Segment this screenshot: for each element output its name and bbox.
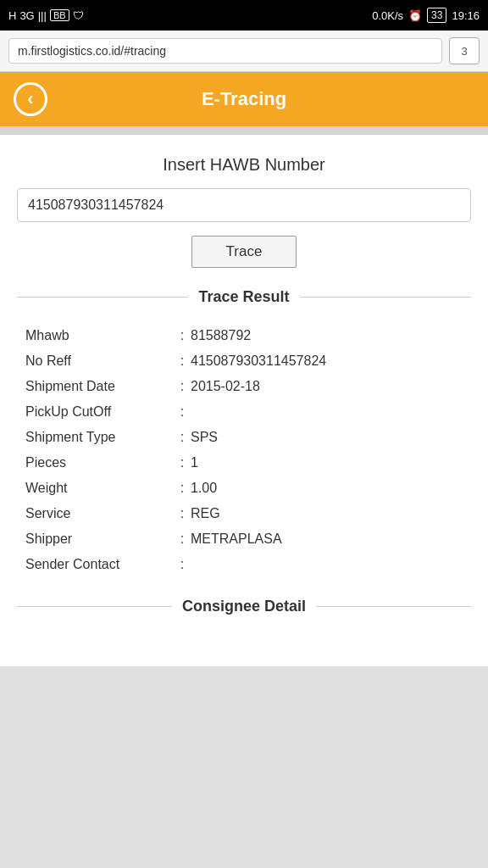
back-arrow-icon: ‹ <box>27 90 33 108</box>
status-right: 0.0K/s ⏰ 33 19:16 <box>372 8 480 23</box>
table-row: Pieces : 1 <box>25 450 463 476</box>
app-header: ‹ E-Tracing <box>0 72 488 126</box>
label-weight: Weight <box>25 481 174 496</box>
data-table: Mhawb : 81588792 No Reff : 4150879303114… <box>17 323 471 577</box>
trace-button-wrapper: Trace <box>17 236 471 268</box>
signal-icon: ||| <box>38 9 47 22</box>
url-text: m.firstlogistics.co.id/#tracing <box>18 44 166 58</box>
status-bar: H 3G ||| BB 🛡 0.0K/s ⏰ 33 19:16 <box>0 0 488 31</box>
carrier-label: H <box>8 9 16 22</box>
table-row: Mhawb : 81588792 <box>25 323 463 348</box>
label-mhawb: Mhawb <box>25 328 174 343</box>
result-line-right <box>300 297 471 298</box>
browser-bar: m.firstlogistics.co.id/#tracing 3 <box>0 31 488 72</box>
consignee-line-left <box>17 606 172 607</box>
main-content: Insert HAWB Number Trace Trace Result Mh… <box>0 135 488 666</box>
value-shipment-type: SPS <box>191 430 463 445</box>
label-sender-contact: Sender Contact <box>25 557 174 572</box>
table-row: Shipment Date : 2015-02-18 <box>25 374 463 399</box>
value-mhawb: 81588792 <box>191 328 463 343</box>
value-service: REG <box>191 506 463 521</box>
label-shipment-date: Shipment Date <box>25 379 174 394</box>
table-row: Shipment Type : SPS <box>25 425 463 450</box>
network-speed: 0.0K/s <box>372 9 403 22</box>
consignee-section: Consignee Detail <box>17 598 471 615</box>
table-row: PickUp CutOff : <box>25 399 463 425</box>
table-row: Weight : 1.00 <box>25 476 463 501</box>
alarm-icon: ⏰ <box>408 9 422 22</box>
label-shipment-type: Shipment Type <box>25 430 174 445</box>
time-display: 19:16 <box>452 9 480 22</box>
page-divider <box>0 126 488 135</box>
result-line-left <box>17 297 188 298</box>
hawb-input[interactable] <box>17 188 471 222</box>
result-title: Trace Result <box>188 288 299 306</box>
table-row: Shipper : METRAPLASA <box>25 526 463 552</box>
shield-icon: 🛡 <box>73 9 84 22</box>
table-row: Sender Contact : <box>25 552 463 577</box>
hawb-section-title: Insert HAWB Number <box>17 155 471 175</box>
value-noreff: 415087930311457824 <box>191 353 463 369</box>
value-shipper: METRAPLASA <box>191 531 463 547</box>
label-pickup-cutoff: PickUp CutOff <box>25 404 174 420</box>
app-title: E-Tracing <box>47 88 441 110</box>
label-pieces: Pieces <box>25 455 174 470</box>
label-noreff: No Reff <box>25 353 174 369</box>
value-weight: 1.00 <box>191 481 463 496</box>
consignee-header: Consignee Detail <box>17 598 471 615</box>
value-shipment-date: 2015-02-18 <box>191 379 463 394</box>
battery-indicator: 33 <box>427 8 446 23</box>
table-row: Service : REG <box>25 501 463 526</box>
result-header: Trace Result <box>17 288 471 306</box>
label-shipper: Shipper <box>25 531 174 547</box>
bbm-icon: BB <box>50 9 69 21</box>
trace-button[interactable]: Trace <box>191 236 297 268</box>
table-row: No Reff : 415087930311457824 <box>25 348 463 374</box>
status-left: H 3G ||| BB 🛡 <box>8 9 84 22</box>
label-service: Service <box>25 506 174 521</box>
url-bar[interactable]: m.firstlogistics.co.id/#tracing <box>8 38 442 64</box>
consignee-title: Consignee Detail <box>172 598 316 615</box>
value-pieces: 1 <box>191 455 463 470</box>
consignee-line-right <box>316 606 471 607</box>
back-button[interactable]: ‹ <box>14 82 47 116</box>
network-label: 3G <box>19 9 34 22</box>
tab-count[interactable]: 3 <box>449 37 480 64</box>
